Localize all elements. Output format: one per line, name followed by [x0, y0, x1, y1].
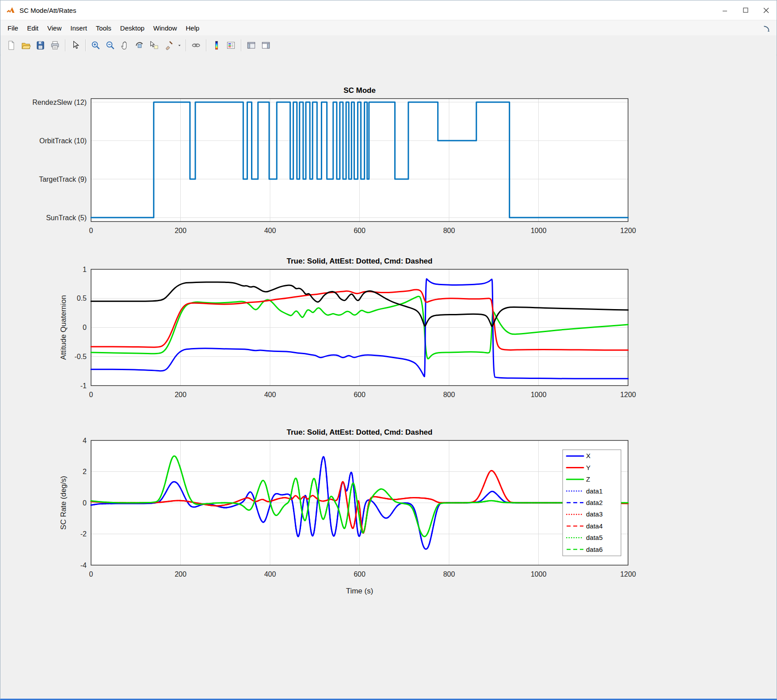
maximize-button[interactable] [735, 0, 756, 20]
y-tick-label: 0 [83, 324, 87, 331]
chart-title: True: Solid, AttEst: Dotted, Cmd: Dashed [287, 257, 433, 265]
toolbar-separator [186, 39, 186, 51]
menu-item-tools[interactable]: Tools [91, 23, 116, 34]
pointer-icon [70, 40, 80, 50]
x-tick-label: 0 [89, 570, 93, 578]
zoom-out-button[interactable] [103, 38, 118, 53]
x-tick-label: 600 [354, 570, 366, 578]
open-file-icon [21, 40, 31, 50]
toolbar-separator [241, 39, 241, 51]
attitude-quaternion-chart[interactable]: True: Solid, AttEst: Dotted, Cmd: Dashed… [0, 252, 777, 424]
menu-item-help[interactable]: Help [181, 23, 204, 34]
dropdown-arrow-button[interactable] [176, 38, 183, 53]
zoom-in-icon [91, 40, 101, 50]
pan-hand-icon [120, 40, 130, 50]
legend-label: Y [586, 464, 590, 471]
dock-figure-icon[interactable] [762, 25, 771, 34]
x-tick-label: 200 [175, 570, 187, 578]
x-tick-label: 400 [264, 570, 276, 578]
maximize-icon [743, 8, 748, 13]
x-tick-label: 800 [443, 570, 455, 578]
dropdown-arrow-icon [177, 40, 182, 50]
x-tick-label: 1000 [531, 570, 547, 578]
brush-button[interactable] [161, 38, 176, 53]
y-tick-label: 4 [83, 437, 87, 444]
window-title: SC Mode/Att/Rates [19, 7, 76, 14]
toolbar [0, 35, 777, 55]
matlab-figure-window: SC Mode/Att/Rates FileEditViewInsertTool… [0, 0, 777, 700]
window-controls [714, 0, 777, 20]
legend-label: data4 [586, 522, 603, 530]
menu-item-insert[interactable]: Insert [66, 23, 91, 34]
menu-item-view[interactable]: View [43, 23, 66, 34]
pointer-button[interactable] [68, 38, 83, 53]
y-tick-label: 0.5 [77, 295, 87, 302]
x-tick-label: 800 [443, 391, 455, 398]
zoom-out-icon [105, 40, 115, 50]
open-file-button[interactable] [19, 38, 33, 53]
toolbar-separator [206, 39, 206, 51]
x-tick-label: 600 [354, 391, 366, 398]
save-button[interactable] [33, 38, 48, 53]
x-tick-label: 200 [175, 227, 187, 234]
x-tick-label: 1000 [531, 391, 547, 398]
show-plot-tools-icon [261, 40, 271, 50]
y-tick-label: -4 [80, 562, 87, 569]
menu-item-file[interactable]: File [3, 23, 23, 34]
legend-label: X [586, 452, 590, 459]
x-tick-label: 1200 [620, 227, 636, 234]
chart-title: SC Mode [343, 86, 376, 95]
insert-colorbar-button[interactable] [209, 38, 224, 53]
insert-legend-icon [226, 40, 236, 50]
minimize-icon [722, 8, 727, 13]
zoom-in-button[interactable] [88, 38, 103, 53]
legend-label: data5 [586, 534, 603, 541]
sc-rate-chart[interactable]: True: Solid, AttEst: Dotted, Cmd: Dashed… [0, 424, 777, 601]
hide-plot-tools-icon [246, 40, 256, 50]
new-document-icon [6, 40, 16, 50]
close-button[interactable] [756, 0, 777, 20]
link-plots-button[interactable] [189, 38, 203, 53]
sc-mode-chart[interactable]: SC Mode020040060080010001200SunTrack (5)… [0, 82, 777, 241]
minimize-button[interactable] [714, 0, 735, 20]
x-tick-label: 1200 [620, 391, 636, 398]
pan-hand-button[interactable] [118, 38, 132, 53]
data-cursor-button[interactable] [147, 38, 161, 53]
matlab-logo-icon [6, 5, 15, 15]
y-tick-label: TargetTrack (9) [39, 176, 87, 183]
legend-label: data1 [586, 487, 603, 495]
rotate-3d-icon [134, 40, 145, 50]
menu-item-edit[interactable]: Edit [23, 23, 43, 34]
menu-item-window[interactable]: Window [149, 23, 181, 34]
x-tick-label: 0 [89, 227, 93, 234]
menu-item-desktop[interactable]: Desktop [116, 23, 149, 34]
show-plot-tools-button[interactable] [259, 38, 273, 53]
close-icon [763, 8, 769, 13]
y-tick-label: RendezSlew (12) [32, 99, 87, 106]
legend-label: data2 [586, 499, 603, 506]
brush-icon [164, 40, 174, 50]
print-icon [50, 40, 60, 50]
titlebar: SC Mode/Att/Rates [0, 0, 777, 20]
legend-label: Z [586, 475, 590, 483]
data-cursor-icon [149, 40, 159, 50]
toolbar-separator [85, 39, 86, 51]
x-tick-label: 400 [264, 391, 276, 398]
y-tick-label: 1 [83, 266, 87, 273]
y-tick-label: SunTrack (5) [46, 214, 87, 222]
x-tick-label: 400 [264, 227, 276, 234]
hide-plot-tools-button[interactable] [244, 38, 259, 53]
insert-legend-button[interactable] [224, 38, 238, 53]
insert-colorbar-icon [211, 40, 221, 50]
rotate-3d-button[interactable] [132, 38, 147, 53]
new-document-button[interactable] [4, 38, 19, 53]
y-tick-label: 2 [83, 468, 87, 475]
y-tick-label: -1 [80, 382, 87, 390]
x-tick-label: 1000 [531, 227, 547, 234]
y-tick-label: -2 [80, 530, 87, 538]
y-tick-label: 0 [83, 499, 87, 507]
chart-title: True: Solid, AttEst: Dotted, Cmd: Dashed [287, 428, 433, 436]
y-tick-label: -0.5 [74, 353, 87, 360]
print-button[interactable] [48, 38, 62, 53]
y-axis-label: SC Rate (deg/s) [59, 476, 68, 530]
